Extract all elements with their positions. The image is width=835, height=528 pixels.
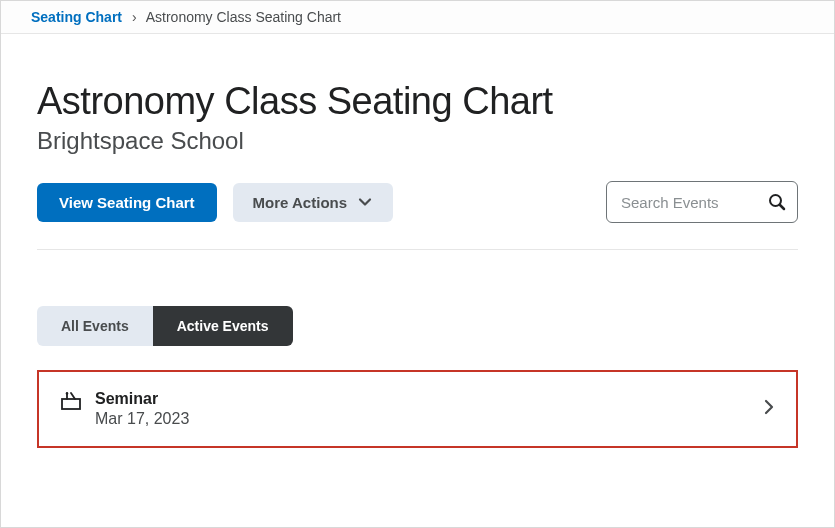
- event-card[interactable]: Seminar Mar 17, 2023: [37, 370, 798, 448]
- svg-point-3: [66, 392, 69, 395]
- event-date: Mar 17, 2023: [95, 410, 764, 428]
- breadcrumb-separator: ›: [132, 9, 137, 25]
- chevron-right-icon: [764, 399, 774, 419]
- breadcrumb-current: Astronomy Class Seating Chart: [146, 9, 341, 25]
- tab-all-events[interactable]: All Events: [37, 306, 153, 346]
- chevron-down-icon: [357, 194, 373, 210]
- event-text: Seminar Mar 17, 2023: [95, 390, 764, 428]
- breadcrumb-parent-link[interactable]: Seating Chart: [31, 9, 122, 25]
- divider: [37, 249, 798, 250]
- more-actions-button[interactable]: More Actions: [233, 183, 393, 222]
- breadcrumb: Seating Chart › Astronomy Class Seating …: [1, 1, 834, 34]
- page-title: Astronomy Class Seating Chart: [37, 80, 798, 123]
- tabs: All Events Active Events: [37, 306, 798, 346]
- search-box[interactable]: [606, 181, 798, 223]
- search-input[interactable]: [621, 194, 767, 211]
- view-seating-chart-button[interactable]: View Seating Chart: [37, 183, 217, 222]
- event-title: Seminar: [95, 390, 764, 408]
- more-actions-label: More Actions: [253, 194, 347, 211]
- svg-rect-2: [62, 399, 80, 409]
- tab-active-events[interactable]: Active Events: [153, 306, 293, 346]
- school-name: Brightspace School: [37, 127, 798, 155]
- toolbar: View Seating Chart More Actions: [37, 181, 798, 223]
- seating-icon: [61, 392, 81, 414]
- search-icon: [767, 192, 787, 212]
- svg-line-1: [780, 205, 784, 209]
